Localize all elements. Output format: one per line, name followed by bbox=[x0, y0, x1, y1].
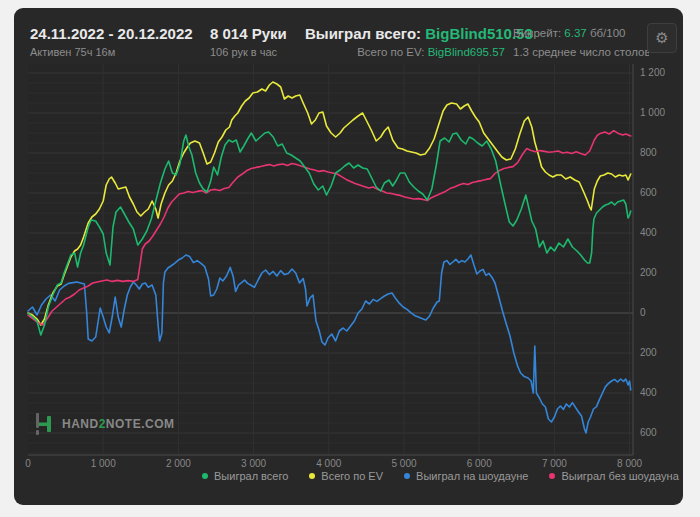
legend-item-showdown[interactable]: Выиграл на шоудауне bbox=[404, 470, 528, 482]
stats-panel: 1 2001 000800600400200020040060001 0002 … bbox=[14, 8, 683, 505]
won-total: Выиграл всего: BigBlind510.53 bbox=[305, 25, 533, 42]
y-axis-tick: 1 000 bbox=[640, 107, 665, 118]
x-axis-tick: 5 000 bbox=[390, 458, 418, 469]
winrate-label: Винрейт: bbox=[513, 27, 561, 39]
y-axis-tick: 400 bbox=[640, 387, 657, 398]
legend-dot-non-showdown bbox=[549, 473, 555, 479]
y-axis-tick: 1 200 bbox=[640, 67, 665, 78]
legend-dot-won-total bbox=[202, 473, 208, 479]
settings-gear-icon[interactable]: ⚙ bbox=[647, 23, 677, 53]
legend-item-non-showdown[interactable]: Выиграл без шоудауна bbox=[549, 470, 678, 482]
avg-tables: 1.3 среднее число столов bbox=[513, 46, 649, 58]
legend-item-ev-total[interactable]: Всего по EV bbox=[309, 470, 383, 482]
y-axis-tick: 800 bbox=[640, 147, 657, 158]
winrate-units: бб/100 bbox=[590, 27, 626, 39]
legend-item-won-total[interactable]: Выиграл всего bbox=[202, 470, 288, 482]
hands-total: 8 014 Руки bbox=[210, 25, 287, 42]
ev-total-label: Всего по EV: bbox=[357, 46, 424, 58]
legend-label: Выиграл без шоудауна bbox=[561, 470, 678, 482]
legend-dot-showdown bbox=[404, 473, 410, 479]
chart-legend: Выиграл всего Всего по EV Выиграл на шоу… bbox=[202, 470, 679, 482]
winrate-value: 6.37 bbox=[564, 27, 586, 39]
legend-dot-ev-total bbox=[309, 473, 315, 479]
legend-label: Всего по EV bbox=[321, 470, 383, 482]
winrate: Винрейт: 6.37 бб/100 bbox=[513, 27, 625, 39]
x-axis-tick: 1 000 bbox=[89, 458, 117, 469]
y-axis-tick: 600 bbox=[640, 427, 657, 438]
x-axis-tick: 3 000 bbox=[240, 458, 268, 469]
won-total-label: Выиграл всего: bbox=[305, 25, 421, 42]
x-axis-tick: 7 000 bbox=[540, 458, 568, 469]
ev-total-value: BigBlind695.57 bbox=[428, 46, 505, 58]
x-axis-tick: 0 bbox=[14, 458, 42, 469]
legend-label: Выиграл всего bbox=[214, 470, 288, 482]
y-axis-tick: 600 bbox=[640, 187, 657, 198]
y-axis-tick: 400 bbox=[640, 227, 657, 238]
date-range: 24.11.2022 - 20.12.2022 bbox=[30, 25, 193, 42]
y-axis-tick: 200 bbox=[640, 267, 657, 278]
hand2note-logo-icon bbox=[35, 413, 54, 435]
active-time: Активен 75ч 16м bbox=[30, 46, 115, 58]
legend-label: Выиграл на шоудауне bbox=[416, 470, 528, 482]
hands-per-hour: 106 рук в час bbox=[210, 46, 277, 58]
ev-total: Всего по EV: BigBlind695.57 bbox=[305, 46, 505, 58]
hand2note-logo: HAND2NOTE.COM bbox=[35, 413, 175, 435]
y-axis-tick: 0 bbox=[640, 307, 646, 318]
x-axis-tick: 2 000 bbox=[164, 458, 192, 469]
y-axis-tick: 200 bbox=[640, 347, 657, 358]
x-axis-tick: 8 000 bbox=[616, 458, 644, 469]
x-axis-tick: 4 000 bbox=[315, 458, 343, 469]
x-axis-tick: 6 000 bbox=[465, 458, 493, 469]
hand2note-logo-text: HAND2NOTE.COM bbox=[62, 417, 175, 431]
